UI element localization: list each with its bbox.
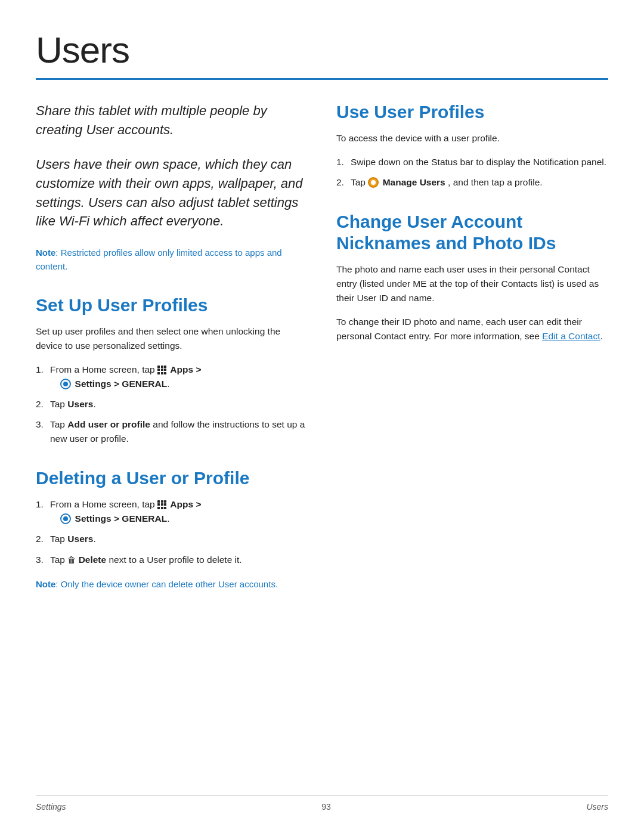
del-step1-settings: Settings > GENERAL xyxy=(75,513,168,524)
step2-tap: Tap xyxy=(50,399,67,409)
settings-icon xyxy=(60,379,71,389)
setup-step-2: 2. Tap Users. xyxy=(36,397,308,411)
del-note-body: : Only the device owner can delete other… xyxy=(55,579,278,589)
use-profiles-desc: To access the device with a user profile… xyxy=(336,131,608,145)
del-step2-period: . xyxy=(93,534,95,544)
note-label: Note xyxy=(36,247,55,258)
del-step-num-2: 2. xyxy=(36,532,44,546)
step1-settings-label: Settings > GENERAL xyxy=(75,379,168,389)
del-step1-br xyxy=(50,513,58,524)
apps-icon xyxy=(157,366,166,374)
del-step-num-1: 1. xyxy=(36,497,44,512)
two-column-layout: Share this tablet with multiple people b… xyxy=(36,101,608,612)
del-step1-before: From a Home screen, tap xyxy=(50,499,157,509)
setup-step-1: 1. From a Home screen, tap Apps > Settin… xyxy=(36,363,308,391)
title-divider xyxy=(36,78,608,80)
delete-step-3: 3. Tap 🗑 Delete next to a User profile t… xyxy=(36,553,308,567)
section-deleting-title: Deleting a User or Profile xyxy=(36,467,308,489)
step1-apps-label: Apps > xyxy=(170,364,201,374)
page-footer: Settings 93 Users xyxy=(36,795,608,812)
del-step1-period: . xyxy=(167,513,169,524)
change-account-title: Change User Account Nicknames and Photo … xyxy=(336,211,608,254)
use-step2-rest: , and then tap a profile. xyxy=(448,177,543,187)
step-num-3: 3. xyxy=(36,417,44,432)
change-account-desc2: To change their ID photo and name, each … xyxy=(336,315,608,343)
step1-br xyxy=(50,379,58,389)
section-change-account: Change User Account Nicknames and Photo … xyxy=(336,211,608,343)
del-step2-users: Users xyxy=(67,534,93,544)
trash-icon: 🗑 xyxy=(67,555,76,565)
del-step3-tap: Tap xyxy=(50,555,67,565)
step2-users: Users xyxy=(67,399,93,409)
footer-left: Settings xyxy=(36,802,66,812)
manage-users-icon xyxy=(368,177,379,188)
del-step3-delete: Delete xyxy=(79,555,107,565)
delete-note: Note: Only the device owner can delete o… xyxy=(36,578,308,592)
page-container: Users Share this tablet with multiple pe… xyxy=(0,0,644,833)
use-step2-tap: Tap xyxy=(351,177,368,187)
step3-tap: Tap xyxy=(50,419,67,429)
use-step-num-1: 1. xyxy=(336,155,344,169)
left-column: Share this tablet with multiple people b… xyxy=(36,101,308,612)
intro-note: Note: Restricted profiles allow only lim… xyxy=(36,246,308,273)
note-body: : Restricted profiles allow only limited… xyxy=(36,247,282,271)
del-step-num-3: 3. xyxy=(36,553,44,567)
del-step3-rest: next to a User profile to delete it. xyxy=(109,555,242,565)
setup-step-3: 3. Tap Add user or profile and follow th… xyxy=(36,417,308,446)
step3-add: Add user or profile xyxy=(67,419,150,429)
step-num-2: 2. xyxy=(36,397,44,411)
delete-step-2: 2. Tap Users. xyxy=(36,532,308,546)
section-setup-desc: Set up user profiles and then select one… xyxy=(36,324,308,353)
page-title: Users xyxy=(36,29,608,71)
use-step-2: 2. Tap Manage Users , and then tap a pro… xyxy=(336,175,608,190)
use-step-1: 1. Swipe down on the Status bar to displ… xyxy=(336,155,608,169)
step1-text-before: From a Home screen, tap xyxy=(50,364,157,374)
intro-paragraph-1: Share this tablet with multiple people b… xyxy=(36,101,308,140)
deleting-steps: 1. From a Home screen, tap Apps > Settin… xyxy=(36,497,308,566)
use-step1-text: Swipe down on the Status bar to display … xyxy=(351,157,606,167)
setup-steps: 1. From a Home screen, tap Apps > Settin… xyxy=(36,363,308,446)
section-setup: Set Up User Profiles Set up user profile… xyxy=(36,295,308,446)
right-column: Use User Profiles To access the device w… xyxy=(336,101,608,612)
del-settings-icon xyxy=(60,513,71,524)
del-step2-tap: Tap xyxy=(50,534,67,544)
step2-period: . xyxy=(93,399,95,409)
step-num-1: 1. xyxy=(36,363,44,377)
del-step1-apps: Apps > xyxy=(170,499,201,509)
delete-step-1: 1. From a Home screen, tap Apps > Settin… xyxy=(36,497,308,526)
use-step2-manage: Manage Users xyxy=(383,177,445,187)
footer-center: 93 xyxy=(321,802,331,812)
use-step-num-2: 2. xyxy=(336,175,344,190)
use-profiles-steps: 1. Swipe down on the Status bar to displ… xyxy=(336,155,608,190)
edit-contact-link[interactable]: Edit a Contact xyxy=(542,331,600,341)
footer-right: Users xyxy=(586,802,608,812)
change-account-desc1: The photo and name each user uses in the… xyxy=(336,262,608,305)
del-note-label: Note xyxy=(36,579,55,589)
use-profiles-title: Use User Profiles xyxy=(336,101,608,123)
section-setup-title: Set Up User Profiles xyxy=(36,295,308,316)
section-use-profiles: Use User Profiles To access the device w… xyxy=(336,101,608,190)
del-apps-icon xyxy=(157,500,166,509)
step1-period: . xyxy=(167,379,169,389)
intro-paragraph-2: Users have their own space, which they c… xyxy=(36,155,308,231)
section-deleting: Deleting a User or Profile 1. From a Hom… xyxy=(36,467,308,591)
change-desc2-end: . xyxy=(600,331,603,341)
